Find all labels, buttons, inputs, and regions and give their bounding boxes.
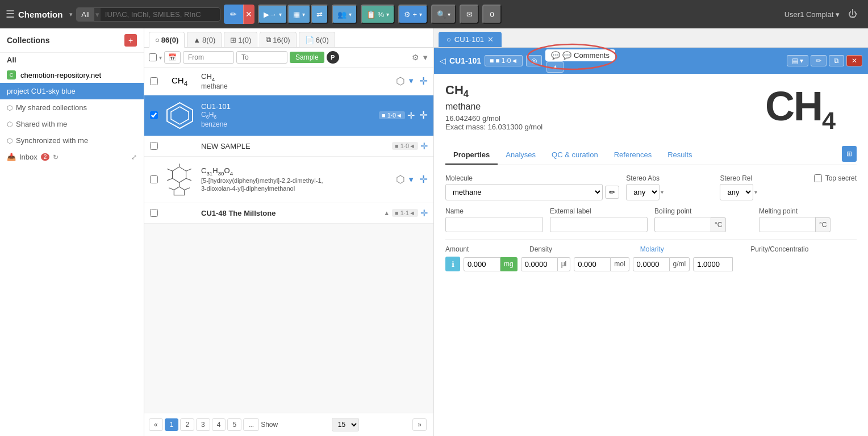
add-to-sample-icon[interactable]: ✛ (419, 75, 428, 87)
detail-tab-analyses[interactable]: Analyses (498, 146, 544, 165)
sidebar-item-my-shared[interactable]: ⬡ My shared collections (0, 99, 144, 116)
sample-row-millstone[interactable]: CU1-48 The Millstone ▲ ■ 1·1◄ ✛ (144, 203, 433, 224)
tab-reactions[interactable]: ▲ 8(0) (187, 32, 222, 47)
melting-input[interactable] (759, 217, 816, 232)
complex-expand-icon[interactable]: ▼ (407, 175, 415, 184)
date-to-input[interactable] (236, 51, 287, 64)
page-5-button[interactable]: 5 (227, 418, 241, 431)
tab-samples[interactable]: ○ 86(0) (149, 32, 185, 48)
forward-button[interactable]: ▶→ ▾ (258, 5, 287, 24)
molarity-section-label[interactable]: Molarity (640, 245, 746, 253)
copy-detail-button[interactable]: ⧉ (829, 55, 844, 66)
page-4-button[interactable]: 4 (212, 418, 226, 431)
top-secret-checkbox[interactable] (814, 174, 822, 182)
sample-row[interactable]: CH4 CH4 methane ⬡ ▼ ✛ (144, 68, 433, 95)
version-badge-button[interactable]: ■ ■ 1·0◄ (485, 55, 523, 66)
user-menu[interactable]: User1 Complat ▾ (784, 10, 840, 19)
amount-mg-input[interactable] (464, 257, 500, 271)
page-2-button[interactable]: 2 (180, 418, 194, 431)
ext-label-input[interactable] (550, 217, 648, 232)
sample-row-new[interactable]: NEW SAMPLE ■ 1·0◄ ✛ (144, 136, 433, 157)
density-input[interactable] (633, 257, 670, 271)
new-sample-move-icon[interactable]: ✛ (420, 141, 428, 152)
amount-mol-input[interactable] (574, 257, 611, 271)
page-ellipsis-button[interactable]: ... (243, 418, 259, 431)
add-benzene-icon[interactable]: ✛ (419, 109, 428, 121)
layout-button[interactable]: ▦ ▾ (287, 5, 311, 24)
name-input[interactable] (445, 217, 543, 232)
select-all-checkbox[interactable] (149, 53, 157, 61)
sidebar-item-shared-with-me[interactable]: ⬡ Shared with me (0, 116, 144, 132)
logout-button[interactable]: ⏻ (843, 5, 862, 24)
share-button[interactable]: ⇄ (311, 5, 328, 24)
edit-detail-button[interactable]: ✏ (811, 55, 827, 66)
back-arrow-icon[interactable]: ◁ (440, 56, 446, 65)
detail-tab-references[interactable]: References (606, 146, 660, 165)
amount-ul-input[interactable] (521, 257, 558, 271)
sidebar-item-repo[interactable]: C chemotion-repository.net (0, 67, 144, 83)
detail-tab-qc[interactable]: QC & curation (544, 146, 606, 165)
edit-button[interactable]: ✏ (224, 5, 243, 24)
barcode-button[interactable]: ▤ ▾ (787, 55, 808, 66)
comments-button[interactable]: 💬 💬 Comments (545, 49, 615, 61)
stereo-rel-select[interactable]: any (720, 184, 753, 200)
sidebar-item-synchronized[interactable]: ⬡ Synchronized with me (0, 132, 144, 149)
detail-tab-properties[interactable]: Properties (445, 146, 498, 165)
filter-settings-icon[interactable]: ⚙ (412, 53, 419, 62)
info-button[interactable]: ℹ (445, 257, 460, 271)
search-input[interactable] (101, 8, 220, 21)
millstone-move-icon[interactable]: ✛ (420, 208, 428, 219)
molecule-edit-button[interactable]: ✏ (605, 186, 619, 199)
add-collection-button[interactable]: + (124, 34, 137, 47)
hamburger-icon[interactable]: ☰ (6, 8, 15, 20)
molecule-select[interactable]: methane (445, 184, 603, 200)
refresh-icon[interactable]: ↻ (53, 153, 59, 161)
collapse-comments-button[interactable]: ▲ (546, 61, 564, 73)
sample-row-selected[interactable]: CU1-101 C6H6 benzene ■ 1·0◄ ✛ ✛ (144, 95, 433, 136)
page-3-button[interactable]: 3 (196, 418, 210, 431)
tab-research[interactable]: 📄 6(0) (299, 32, 335, 47)
sidebar-item-project[interactable]: project CU1-sky blue (0, 83, 144, 99)
copy-button[interactable]: ◎ (526, 55, 542, 66)
zoom-button[interactable]: 🔍 ▾ (431, 5, 456, 24)
cu1-101-close-icon[interactable]: ✕ (487, 35, 494, 44)
counter-button[interactable]: 0 (482, 5, 502, 24)
sample-row-complex[interactable]: C31H30O4 [5-[hydroxy(diphenyl)methyl]-2,… (144, 157, 433, 203)
users-button[interactable]: 👥 ▾ (332, 5, 357, 24)
delete-detail-button[interactable]: ✕ (846, 55, 862, 66)
search-type-dropdown[interactable]: All (77, 8, 94, 21)
date-from-input[interactable] (183, 51, 234, 64)
boiling-input[interactable] (654, 217, 711, 232)
sidebar-item-inbox[interactable]: 📥 Inbox 2 ↻ ⤢ (0, 149, 144, 165)
inbox-nav-button[interactable]: ✉ (460, 5, 479, 24)
p-filter-button[interactable]: P (327, 51, 339, 64)
new-sample-checkbox[interactable] (150, 142, 158, 150)
cu1-101-tab[interactable]: ○ CU1-101 ✕ (439, 32, 502, 47)
clear-button[interactable]: ✕ (243, 5, 254, 24)
stereo-abs-select[interactable]: any (626, 184, 660, 200)
sample-checkbox-selected[interactable] (150, 111, 158, 119)
date-filter-button[interactable]: 📅 (164, 51, 181, 64)
per-page-select[interactable]: 15 25 50 (332, 418, 359, 431)
expand-icon[interactable]: ▼ (407, 77, 415, 85)
checkbox-expand-icon[interactable]: ▾ (159, 54, 162, 61)
next-page-button[interactable]: » (412, 418, 427, 431)
tab-wellplates[interactable]: ⊞ 1(0) (224, 32, 257, 47)
detail-expand-button[interactable]: ⊞ (842, 146, 857, 162)
expand-inbox-icon[interactable]: ⤢ (131, 153, 137, 161)
prev-page-button[interactable]: « (149, 418, 163, 431)
add-button[interactable]: ⚙ + ▾ (398, 5, 428, 24)
detail-tab-results[interactable]: Results (660, 146, 700, 165)
sample-filter-button[interactable]: Sample (290, 52, 324, 63)
report-button[interactable]: 📋 % ▾ (361, 5, 395, 24)
sidebar-item-all[interactable]: All (0, 53, 144, 67)
complex-checkbox[interactable] (150, 175, 158, 183)
chevron-down-icon[interactable]: ▼ (422, 53, 429, 62)
move-icon[interactable]: ✛ (407, 110, 415, 121)
sample-checkbox[interactable] (150, 77, 158, 85)
purity-input[interactable] (693, 257, 733, 271)
millstone-checkbox[interactable] (150, 209, 158, 217)
add-complex-icon[interactable]: ✛ (419, 173, 428, 186)
tab-screens[interactable]: ⧉ 16(0) (260, 32, 296, 47)
page-1-button[interactable]: 1 (165, 418, 179, 431)
